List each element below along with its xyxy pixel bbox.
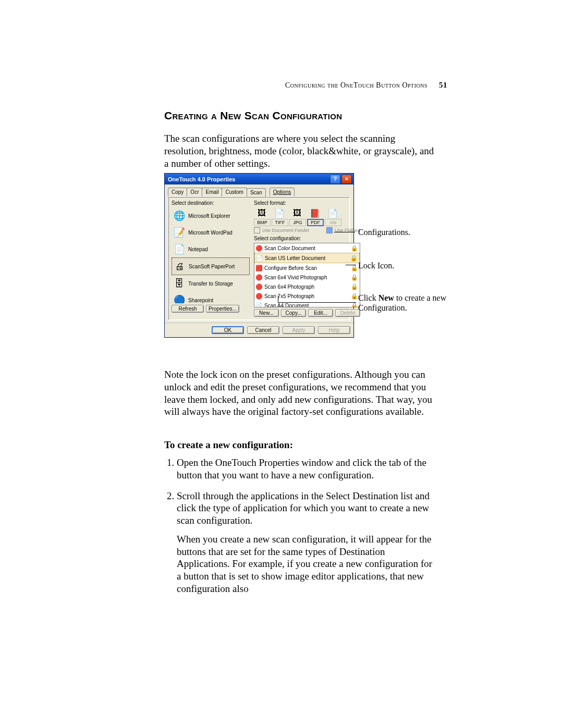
dialog-titlebar[interactable]: OneTouch 4.0 Properties ? ×	[165, 174, 353, 184]
format-label: n/a	[325, 219, 341, 226]
steps: Open the OneTouch Properties window and …	[164, 453, 435, 603]
format-cell[interactable]: 🖼 BMP	[254, 207, 271, 226]
format-label: TIFF	[272, 219, 288, 226]
callout-lock-icon: Lock Icon.	[358, 261, 447, 270]
tab-copy[interactable]: Copy	[168, 188, 187, 196]
jpg-icon: 🖼	[289, 207, 305, 219]
help-button[interactable]: Help	[318, 326, 350, 334]
destination-label: ScanSoft PaperPort	[189, 264, 235, 269]
running-head: Configuring the OneTouch Button Options …	[285, 81, 447, 90]
step-2: Scroll through the applications in the S…	[177, 490, 435, 595]
callout-new: Click New to create a new Configuration.	[358, 293, 447, 313]
format-cell[interactable]: 📄 n/a	[325, 207, 341, 226]
list-item[interactable]: 🔴Scan 6x4 Photograph 🔒	[254, 282, 360, 291]
tab-custom[interactable]: Custom	[222, 188, 247, 196]
list-item[interactable]: 🗄 Transfer to Storage	[172, 275, 250, 292]
copy-button[interactable]: Copy...	[281, 309, 306, 317]
photo-icon: 🔴	[256, 274, 262, 280]
intro-paragraph: The scan configurations are where you se…	[164, 132, 435, 169]
cancel-button[interactable]: Cancel	[247, 326, 279, 334]
list-item[interactable]: 🔴Scan 7x5 Photograph 🔒	[254, 291, 360, 301]
config-label: Scan 6x4 Photograph	[264, 284, 314, 290]
tiff-icon: 📄	[272, 207, 287, 219]
list-item[interactable]: 📄Scan A4 Document 🔒	[254, 301, 360, 307]
list-item[interactable]: 🔵 Sharepoint	[172, 292, 250, 303]
note-paragraph: Note the lock icon on the preset configu…	[164, 368, 435, 418]
delete-button[interactable]: Delete	[335, 309, 360, 317]
tabs-row: Copy Ocr Email Custom Scan Options	[168, 188, 350, 196]
destination-label: Notepad	[188, 246, 208, 252]
destination-label: Microsoft WordPad	[188, 230, 232, 236]
callout-line	[346, 265, 356, 265]
select-destination-label: Select destination:	[172, 200, 250, 206]
list-item[interactable]: 📝 Microsoft WordPad	[172, 224, 250, 241]
lock-icon: 🔒	[351, 283, 358, 290]
callout-configurations: Configurations.	[358, 227, 447, 237]
callout-new-pre: Click	[358, 293, 378, 302]
tab-scan[interactable]: Scan	[247, 188, 266, 197]
select-config-label: Select configuration:	[254, 236, 360, 241]
lock-icon: 🔒	[351, 265, 358, 272]
use-feeder-label: Use Document Feeder	[262, 228, 310, 233]
config-label: Scan Color Document	[264, 245, 315, 251]
callout-line	[278, 295, 278, 302]
tab-email[interactable]: Email	[202, 188, 222, 196]
globe-icon: 🌐	[173, 209, 186, 223]
checkbox-icon[interactable]	[326, 227, 333, 233]
lock-icon: 🔒	[351, 245, 358, 252]
sharepoint-icon: 🔵	[173, 293, 186, 303]
lock-icon: 🔒	[351, 274, 358, 281]
color-doc-icon: 🔴	[256, 245, 262, 251]
photo-icon: 🔴	[256, 293, 262, 299]
format-label: JPG	[289, 219, 306, 226]
doc-icon: 📄	[256, 255, 263, 261]
list-item[interactable]: 🌐 Microsoft Explorer	[172, 207, 250, 224]
list-item[interactable]: 🖨 ScanSoft PaperPort	[172, 257, 250, 275]
config-label: Scan A4 Document	[264, 303, 309, 308]
close-icon[interactable]: ×	[341, 175, 352, 184]
page: Configuring the OneTouch Button Options …	[0, 0, 563, 728]
step-1-text: Open the OneTouch Properties window and …	[177, 457, 426, 480]
titlebar-buttons: ? ×	[330, 175, 352, 184]
storage-icon: 🗄	[173, 277, 186, 290]
format-cell[interactable]: 📕 PDF	[307, 207, 324, 226]
lock-icon: 🔒	[351, 302, 358, 308]
step-2-text: Scroll through the applications in the S…	[177, 490, 430, 526]
config-list[interactable]: 🔴Scan Color Document 🔒 📄Scan US Letter D…	[254, 243, 360, 307]
ok-button[interactable]: OK	[212, 326, 244, 334]
list-item[interactable]: 📄Scan US Letter Document 🔒	[254, 253, 360, 263]
list-item[interactable]: 🟥Configure Before Scan 🔒	[254, 263, 360, 273]
col-right: Select format: 🖼 BMP 📄 TIFF 🖼 JPG	[254, 199, 360, 317]
format-label: PDF	[307, 219, 324, 226]
bmp-icon: 🖼	[254, 207, 270, 219]
format-cell[interactable]: 🖼 JPG	[289, 207, 306, 226]
edit-button[interactable]: Edit...	[308, 309, 333, 317]
format-cell[interactable]: 📄 TIFF	[272, 207, 288, 226]
refresh-button[interactable]: Refresh	[172, 305, 204, 313]
list-item[interactable]: 🔴Scan Color Document 🔒	[254, 243, 360, 253]
apply-button[interactable]: Apply	[283, 326, 315, 334]
list-item[interactable]: 📄 Notepad	[172, 241, 250, 257]
photo-icon: 🔴	[256, 283, 262, 290]
lock-icon: 🔒	[350, 255, 358, 262]
help-icon[interactable]: ?	[330, 175, 340, 184]
section-title: Creating a New Scan Configuration	[164, 109, 342, 122]
step-1: Open the OneTouch Properties window and …	[177, 456, 435, 482]
properties-button[interactable]: Properties...	[206, 305, 239, 313]
step-2-continuation: When you create a new scan configuration…	[177, 533, 435, 595]
na-icon: 📄	[325, 207, 340, 219]
new-button[interactable]: New...	[254, 309, 279, 317]
tab-ocr[interactable]: Ocr	[187, 188, 202, 196]
running-head-text: Configuring the OneTouch Button Options	[285, 81, 427, 89]
list-item[interactable]: 🔴Scan 6x4 Vivid Photograph 🔒	[254, 273, 360, 282]
checkbox-icon[interactable]	[254, 227, 260, 233]
feeder-row: Use Document Feeder Use Flatbed	[254, 227, 360, 233]
tab-options[interactable]: Options	[270, 188, 295, 196]
configure-icon: 🟥	[256, 265, 262, 271]
callout-line	[334, 232, 355, 232]
notepad-icon: 📄	[173, 242, 186, 256]
dialog-button-bar: OK Cancel Apply Help	[165, 323, 353, 337]
config-label: Scan 6x4 Vivid Photograph	[264, 275, 327, 280]
format-row: 🖼 BMP 📄 TIFF 🖼 JPG 📕	[254, 207, 360, 226]
destination-list[interactable]: 🌐 Microsoft Explorer 📝 Microsoft WordPad…	[172, 207, 250, 303]
